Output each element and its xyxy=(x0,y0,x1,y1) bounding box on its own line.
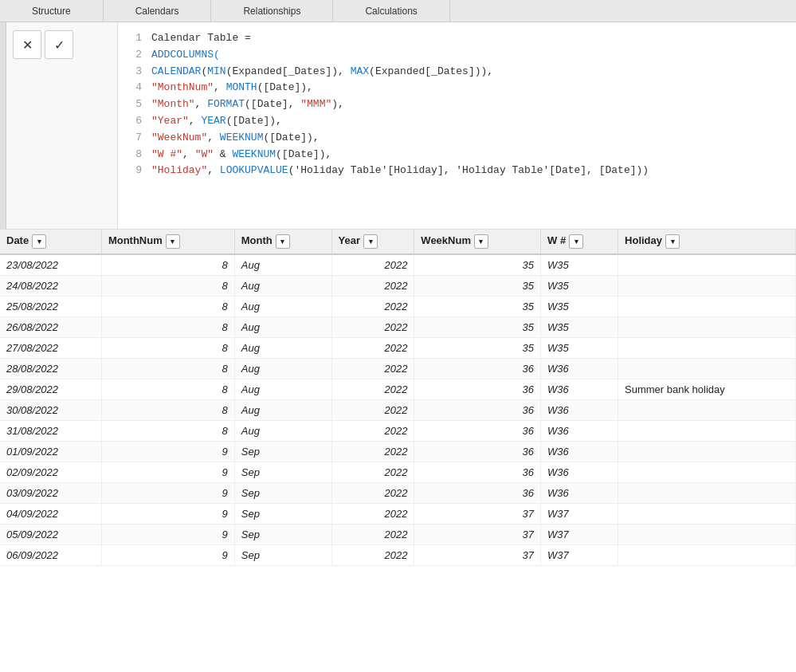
cell-month: Sep xyxy=(234,483,331,504)
line-content: "MonthNum", MONTH([Date]), xyxy=(151,80,313,96)
data-table-wrapper: Date▾MonthNum▾Month▾Year▾WeekNum▾W #▾Hol… xyxy=(0,230,796,672)
filter-btn-wnum[interactable]: ▾ xyxy=(569,234,583,249)
tab-structure[interactable]: Structure xyxy=(0,0,104,22)
table-row[interactable]: 03/09/20229Sep202236W36 xyxy=(0,483,796,504)
confirm-button[interactable]: ✓ xyxy=(45,30,73,59)
line-number: 4 xyxy=(131,80,142,96)
cell-holiday xyxy=(618,254,796,276)
cell-monthnum: 9 xyxy=(101,462,234,483)
cell-year: 2022 xyxy=(331,545,414,566)
cell-year: 2022 xyxy=(331,525,414,545)
cell-date: 02/09/2022 xyxy=(0,462,101,483)
cell-monthnum: 9 xyxy=(101,525,234,545)
table-row[interactable]: 23/08/20228Aug202235W35 xyxy=(0,254,796,276)
cell-year: 2022 xyxy=(331,379,414,400)
line-content: "Month", FORMAT([Date], "MMM"), xyxy=(151,96,344,113)
cell-wnum: W36 xyxy=(541,379,618,400)
line-content: "W #", "W" & WEEKNUM([Date]), xyxy=(151,147,331,163)
cell-year: 2022 xyxy=(331,297,414,317)
table-header: Date▾MonthNum▾Month▾Year▾WeekNum▾W #▾Hol… xyxy=(0,230,796,254)
code-line: 6"Year", YEAR([Date]), xyxy=(131,113,783,130)
table-row[interactable]: 27/08/20228Aug202235W35 xyxy=(0,338,796,359)
cell-date: 30/08/2022 xyxy=(0,400,101,421)
cell-holiday xyxy=(618,483,796,504)
code-line: 2ADDCOLUMNS( xyxy=(131,47,783,64)
cell-monthnum: 8 xyxy=(101,379,234,400)
cell-month: Aug xyxy=(234,338,331,359)
cell-wnum: W36 xyxy=(541,421,618,442)
cell-month: Sep xyxy=(234,545,331,566)
tab-calendars[interactable]: Calendars xyxy=(104,0,212,22)
cell-holiday xyxy=(618,504,796,525)
cell-wnum: W37 xyxy=(541,525,618,545)
cell-monthnum: 8 xyxy=(101,400,234,421)
cell-monthnum: 9 xyxy=(101,442,234,462)
table-row[interactable]: 25/08/20228Aug202235W35 xyxy=(0,297,796,317)
cell-year: 2022 xyxy=(331,338,414,359)
cell-year: 2022 xyxy=(331,400,414,421)
cell-weeknum: 35 xyxy=(414,338,541,359)
tab-calculations[interactable]: Calculations xyxy=(333,0,449,22)
cell-date: 06/09/2022 xyxy=(0,545,101,566)
cell-holiday xyxy=(618,400,796,421)
cell-year: 2022 xyxy=(331,254,414,276)
cell-weeknum: 36 xyxy=(414,483,541,504)
cell-weeknum: 35 xyxy=(414,276,541,297)
table-row[interactable]: 26/08/20228Aug202235W35 xyxy=(0,317,796,338)
line-content: "Year", YEAR([Date]), xyxy=(151,113,282,130)
filter-btn-year[interactable]: ▾ xyxy=(363,234,378,249)
table-row[interactable]: 30/08/20228Aug202236W36 xyxy=(0,400,796,421)
cell-weeknum: 36 xyxy=(414,359,541,379)
cell-monthnum: 8 xyxy=(101,421,234,442)
action-buttons: ✕ ✓ xyxy=(6,22,118,229)
code-editor[interactable]: 1Calendar Table =2ADDCOLUMNS(3 CALENDAR(… xyxy=(118,22,796,229)
code-line: 4"MonthNum", MONTH([Date]), xyxy=(131,80,783,96)
table-row[interactable]: 31/08/20228Aug202236W36 xyxy=(0,421,796,442)
line-content: Calendar Table = xyxy=(151,30,251,47)
code-line: 5"Month", FORMAT([Date], "MMM"), xyxy=(131,96,783,113)
cell-holiday xyxy=(618,276,796,297)
cell-year: 2022 xyxy=(331,462,414,483)
cell-date: 05/09/2022 xyxy=(0,525,101,545)
filter-btn-weeknum[interactable]: ▾ xyxy=(474,234,488,249)
cell-wnum: W36 xyxy=(541,359,618,379)
cell-weeknum: 36 xyxy=(414,400,541,421)
tab-relationships[interactable]: Relationships xyxy=(211,0,333,22)
left-sidebar xyxy=(0,22,6,229)
table-row[interactable]: 04/09/20229Sep202237W37 xyxy=(0,504,796,525)
filter-btn-month[interactable]: ▾ xyxy=(276,234,290,249)
cell-weeknum: 36 xyxy=(414,379,541,400)
cell-monthnum: 8 xyxy=(101,338,234,359)
filter-btn-monthnum[interactable]: ▾ xyxy=(166,234,180,249)
line-content: "Holiday", LOOKUPVALUE('Holiday Table'[H… xyxy=(151,163,649,179)
code-line: 9"Holiday", LOOKUPVALUE('Holiday Table'[… xyxy=(131,163,783,179)
filter-btn-date[interactable]: ▾ xyxy=(32,234,46,249)
cell-month: Aug xyxy=(234,276,331,297)
line-number: 1 xyxy=(131,30,142,47)
cell-monthnum: 8 xyxy=(101,359,234,379)
cell-wnum: W37 xyxy=(541,504,618,525)
code-line: 1Calendar Table = xyxy=(131,30,783,47)
cell-month: Sep xyxy=(234,504,331,525)
table-row[interactable]: 29/08/20228Aug202236W36Summer bank holid… xyxy=(0,379,796,400)
cancel-button[interactable]: ✕ xyxy=(13,30,41,59)
line-number: 8 xyxy=(131,147,142,163)
table-row[interactable]: 02/09/20229Sep202236W36 xyxy=(0,462,796,483)
cell-month: Aug xyxy=(234,359,331,379)
cell-holiday xyxy=(618,297,796,317)
table-row[interactable]: 01/09/20229Sep202236W36 xyxy=(0,442,796,462)
table-row[interactable]: 06/09/20229Sep202237W37 xyxy=(0,545,796,566)
cell-holiday xyxy=(618,525,796,545)
cell-weeknum: 36 xyxy=(414,421,541,442)
table-row[interactable]: 24/08/20228Aug202235W35 xyxy=(0,276,796,297)
cell-month: Aug xyxy=(234,379,331,400)
line-content: ADDCOLUMNS( xyxy=(151,47,220,64)
cell-date: 28/08/2022 xyxy=(0,359,101,379)
cell-wnum: W35 xyxy=(541,254,618,276)
filter-btn-holiday[interactable]: ▾ xyxy=(665,234,680,249)
cell-year: 2022 xyxy=(331,504,414,525)
cell-wnum: W36 xyxy=(541,483,618,504)
cell-weeknum: 37 xyxy=(414,525,541,545)
table-row[interactable]: 28/08/20228Aug202236W36 xyxy=(0,359,796,379)
table-row[interactable]: 05/09/20229Sep202237W37 xyxy=(0,525,796,545)
